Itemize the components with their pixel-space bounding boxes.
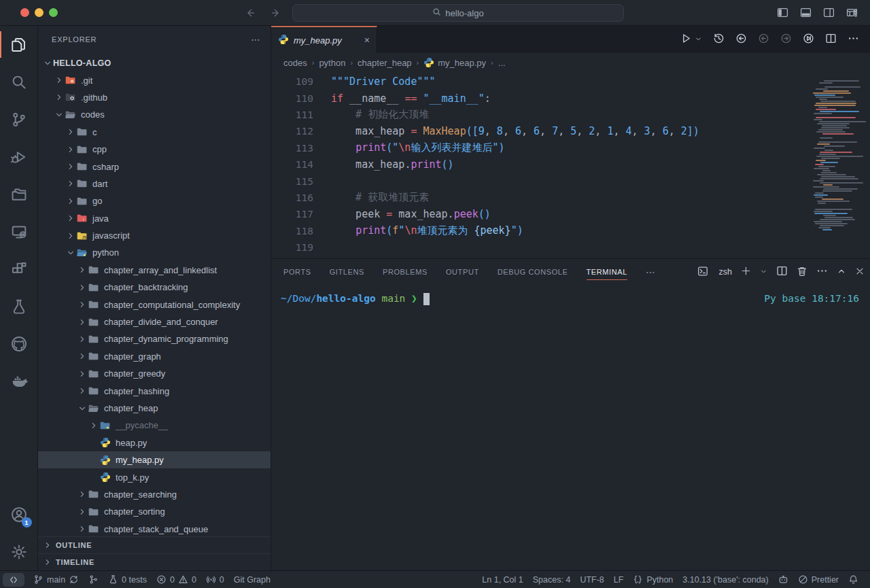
terminal-dropdown-icon[interactable] — [760, 267, 767, 277]
tree-item-heap-py[interactable]: heap.py — [38, 434, 271, 451]
status-robot[interactable] — [773, 574, 793, 585]
tree-item--git[interactable]: .git — [38, 71, 271, 88]
nav-back-icon[interactable] — [245, 7, 256, 18]
close-panel-icon[interactable] — [855, 266, 865, 278]
previous-change-icon[interactable] — [758, 33, 769, 46]
panel-more-actions-icon[interactable] — [816, 265, 828, 279]
chevron-down-icon[interactable] — [65, 247, 76, 258]
run-python-file-button[interactable] — [680, 33, 692, 46]
code-line-109[interactable]: 109"""Driver Code""" — [271, 73, 870, 90]
terminal[interactable]: ~/Dow/hello-algo main ❯ Py base 18:17:16 — [271, 285, 870, 570]
tree-item-top-k-py[interactable]: top_k.py — [38, 468, 271, 485]
command-center-search[interactable]: hello-algo — [292, 4, 624, 22]
tree-item-chapter-backtracking[interactable]: chapter_backtracking — [38, 279, 271, 296]
activity-explorer-icon[interactable] — [0, 26, 38, 63]
status-branch[interactable]: main — [29, 571, 84, 588]
status-prettier[interactable]: Prettier — [793, 574, 843, 585]
tree-item-dart[interactable]: dart — [38, 175, 271, 192]
code-line-113[interactable]: 113 print("\n输入列表并建堆后") — [271, 140, 870, 156]
chevron-down-icon[interactable] — [54, 109, 65, 120]
section-outline[interactable]: OUTLINE — [38, 536, 271, 553]
status-python[interactable]: Python — [628, 574, 678, 585]
explorer-more-actions-icon[interactable]: ⋯ — [251, 34, 261, 45]
activity-accounts-icon[interactable]: 1 — [0, 496, 38, 533]
code-line-117[interactable]: 117 peek = max_heap.peek() — [271, 206, 870, 222]
kill-terminal-icon[interactable] — [797, 266, 807, 279]
toggle-panel-icon[interactable] — [800, 7, 812, 18]
panel-tab-problems[interactable]: PROBLEMS — [383, 259, 428, 285]
tree-item-chapter-array-and-linkedlist[interactable]: chapter_array_and_linkedlist — [38, 262, 271, 279]
status-broadcast[interactable]: 0 — [201, 571, 229, 588]
activity-project-folder-icon[interactable] — [0, 175, 38, 213]
status-lf[interactable]: LF — [609, 575, 629, 585]
chevron-right-icon[interactable] — [54, 75, 65, 86]
panel-tab-output[interactable]: OUTPUT — [446, 259, 479, 285]
tree-item-chapter-dynamic-programming[interactable]: chapter_dynamic_programming — [38, 330, 271, 347]
chevron-right-icon[interactable] — [77, 523, 88, 534]
file-history-icon[interactable] — [713, 33, 725, 46]
run-dropdown-icon[interactable] — [695, 35, 702, 45]
status-utf-8[interactable]: UTF-8 — [575, 575, 608, 585]
activity-extensions-icon[interactable] — [0, 250, 38, 288]
chevron-right-icon[interactable] — [77, 282, 88, 293]
activity-docker-icon[interactable] — [0, 362, 38, 400]
split-terminal-icon[interactable] — [776, 265, 788, 279]
chevron-right-icon[interactable] — [77, 385, 88, 396]
activity-source-control-icon[interactable] — [0, 101, 38, 138]
code-line-115[interactable]: 115 — [271, 173, 870, 189]
activity-run-debug-icon[interactable] — [0, 138, 38, 175]
breadcrumb-item-python[interactable]: python — [319, 58, 345, 68]
activity-github-icon[interactable] — [0, 325, 38, 362]
chevron-right-icon[interactable] — [65, 126, 76, 137]
chevron-right-icon[interactable] — [88, 420, 99, 431]
more-actions-icon[interactable] — [848, 33, 859, 46]
breadcrumb-item-chapter-heap[interactable]: chapter_heap — [358, 58, 412, 68]
open-changes-icon[interactable] — [735, 33, 747, 46]
tree-root-hello-algo[interactable]: HELLO-ALGO — [38, 54, 271, 71]
code-line-110[interactable]: 110if __name__ == "__main__": — [271, 90, 870, 106]
code-line-119[interactable]: 119 — [271, 239, 870, 256]
split-editor-icon[interactable] — [825, 33, 837, 46]
status-remote-indicator[interactable] — [3, 573, 24, 587]
code-line-118[interactable]: 118 print(f"\n堆顶元素为 {peek}") — [271, 223, 870, 239]
tree-item-codes[interactable]: codes — [38, 106, 271, 123]
chevron-right-icon[interactable] — [77, 351, 88, 362]
tab-my-heap-py[interactable]: my_heap.py × — [271, 26, 377, 53]
breadcrumb-item--[interactable]: ... — [498, 58, 506, 68]
code-line-116[interactable]: 116 # 获取堆顶元素 — [271, 190, 870, 206]
chevron-right-icon[interactable] — [65, 161, 76, 172]
chevron-right-icon[interactable] — [65, 196, 76, 207]
activity-search-icon[interactable] — [0, 63, 38, 101]
chevron-right-icon[interactable] — [77, 264, 88, 275]
panel-tab-debug-console[interactable]: DEBUG CONSOLE — [498, 259, 568, 285]
code-line-114[interactable]: 114 max_heap.print() — [271, 156, 870, 173]
tree-item-javascript[interactable]: JSjavascript — [38, 227, 271, 244]
shell-label[interactable]: zsh — [719, 267, 732, 277]
activity-settings-icon[interactable] — [0, 533, 38, 570]
chevron-right-icon[interactable] — [65, 178, 76, 189]
minimap[interactable] — [813, 80, 869, 231]
toggle-secondary-sidebar-icon[interactable] — [823, 7, 835, 18]
panel-tab-gitlens[interactable]: GITLENS — [330, 259, 364, 285]
new-terminal-icon[interactable] — [741, 266, 751, 278]
terminal-shell-icon[interactable] — [697, 266, 708, 279]
section-timeline[interactable]: TIMELINE — [38, 553, 271, 570]
chevron-right-icon[interactable] — [77, 368, 88, 379]
panel-tabs-overflow-icon[interactable]: ⋯ — [646, 266, 656, 277]
chevron-right-icon[interactable] — [65, 144, 76, 155]
run-interactive-icon[interactable] — [803, 33, 814, 46]
toggle-primary-sidebar-icon[interactable] — [777, 7, 788, 18]
code-line-111[interactable]: 111 # 初始化大顶堆 — [271, 107, 870, 123]
status-ln-1-col-1[interactable]: Ln 1, Col 1 — [477, 575, 527, 585]
breadcrumb-item-my-heap-py[interactable]: my_heap.py — [423, 57, 486, 68]
activity-remote-explorer-icon[interactable] — [0, 213, 38, 250]
chevron-right-icon[interactable] — [65, 230, 76, 241]
tree-item-chapter-computational-complexity[interactable]: chapter_computational_complexity — [38, 296, 271, 313]
nav-forward-icon[interactable] — [271, 7, 281, 18]
panel-tab-ports[interactable]: PORTS — [283, 259, 311, 285]
status-bell[interactable] — [843, 574, 863, 585]
tree-item-chapter-sorting[interactable]: chapter_sorting — [38, 503, 271, 520]
chevron-right-icon[interactable] — [65, 213, 76, 224]
status-git-graph[interactable]: Git Graph — [229, 571, 275, 588]
zoom-window-button[interactable] — [49, 8, 58, 17]
